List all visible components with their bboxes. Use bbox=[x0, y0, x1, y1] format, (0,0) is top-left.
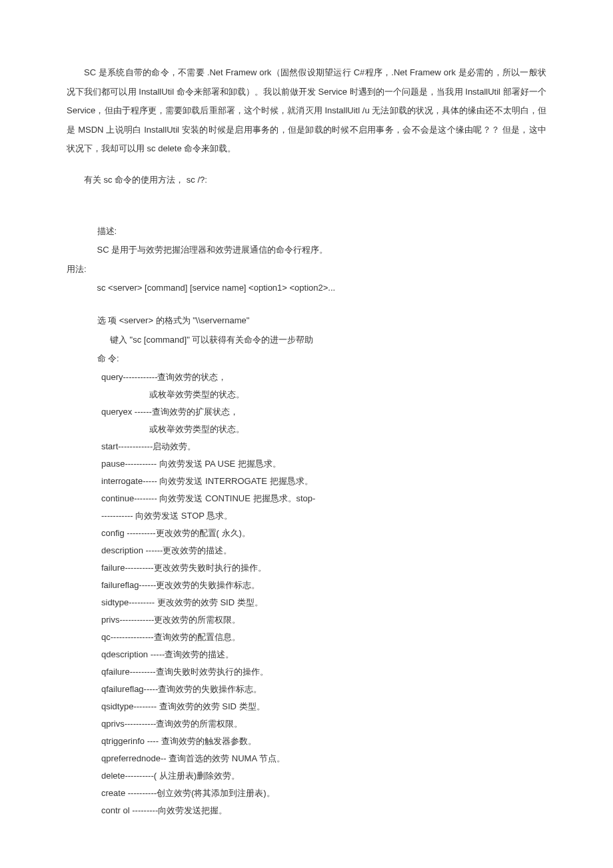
command-item: failure----------更改效劳失败时执行的操作。 bbox=[67, 559, 546, 577]
command-item: qfailureflag-----查询效劳的失败操作标志。 bbox=[67, 681, 546, 698]
description-text: SC 是用于与效劳把握治理器和效劳进展通信的命令行程序。 bbox=[67, 241, 546, 260]
command-item: privs------------更改效劳的所需权限。 bbox=[67, 611, 546, 629]
paragraph-sc-help: 有关 sc 命令的使用方法， sc /?: bbox=[67, 171, 546, 190]
commands-label: 命 令: bbox=[67, 349, 546, 369]
command-item: queryex ------查询效劳的扩展状态， bbox=[67, 403, 546, 421]
help-text: 键入 "sc [command]" 可以获得有关命令的进一步帮助 bbox=[67, 331, 546, 350]
command-item: sidtype--------- 更改效劳的效劳 SID 类型。 bbox=[67, 594, 546, 611]
command-sub: 或枚举效劳类型的状态。 bbox=[67, 386, 546, 403]
description-label: 描述: bbox=[67, 222, 546, 241]
command-item: qpreferrednode-- 查询首选的效劳 NUMA 节点。 bbox=[67, 750, 546, 767]
command-item: qsidtype-------- 查询效劳的效劳 SID 类型。 bbox=[67, 698, 546, 715]
command-item: qtriggerinfo ---- 查询效劳的触发器参数。 bbox=[67, 733, 546, 750]
command-sub: 或枚举效劳类型的状态。 bbox=[67, 421, 546, 438]
command-item: qc---------------查询效劳的配置信息。 bbox=[67, 629, 546, 646]
command-item: contr ol ---------向效劳发送把握。 bbox=[67, 802, 546, 819]
command-item: qfailure---------查询失败时效劳执行的操作。 bbox=[67, 663, 546, 681]
command-item: interrogate----- 向效劳发送 INTERROGATE 把握恳求。 bbox=[67, 473, 546, 490]
command-item: description ------更改效劳的描述。 bbox=[67, 542, 546, 559]
command-item: ----------- 向效劳发送 STOP 恳求。 bbox=[67, 507, 546, 525]
command-item: continue-------- 向效劳发送 CONTINUE 把握恳求。sto… bbox=[67, 490, 546, 507]
command-item: query------------查询效劳的状态， bbox=[67, 369, 546, 386]
command-item: create ----------创立效劳(将其添加到注册表)。 bbox=[67, 785, 546, 802]
command-item: failureflag------更改效劳的失败操作标志。 bbox=[67, 577, 546, 594]
command-item: start------------启动效劳。 bbox=[67, 438, 546, 455]
command-item: config ----------更改效劳的配置( 永久)。 bbox=[67, 525, 546, 542]
option-text: 选 项 <server> 的格式为 "\\servername" bbox=[67, 311, 546, 331]
paragraph-intro: SC 是系统自带的命令，不需要 .Net Framew ork（固然假设期望运行… bbox=[67, 63, 546, 159]
commands-list: query------------查询效劳的状态，或枚举效劳类型的状态。quer… bbox=[67, 369, 546, 819]
usage-label: 用法: bbox=[67, 260, 546, 279]
command-item: qdescription -----查询效劳的描述。 bbox=[67, 646, 546, 663]
command-item: delete----------( 从注册表)删除效劳。 bbox=[67, 767, 546, 785]
command-item: pause----------- 向效劳发送 PA USE 把握恳求。 bbox=[67, 455, 546, 473]
command-item: qprivs-----------查询效劳的所需权限。 bbox=[67, 715, 546, 733]
usage-text: sc <server> [command] [service name] <op… bbox=[67, 279, 546, 298]
